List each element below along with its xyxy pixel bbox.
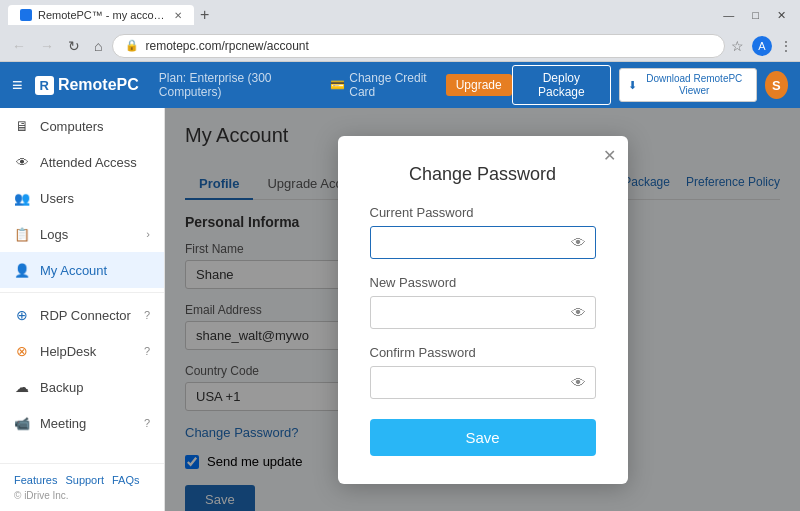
new-password-wrap: 👁 bbox=[370, 296, 596, 329]
plan-info: Plan: Enterprise (300 Computers) bbox=[159, 71, 314, 99]
confirm-password-eye-icon[interactable]: 👁 bbox=[571, 374, 586, 391]
sidebar-users-label: Users bbox=[40, 191, 74, 206]
sidebar-helpdesk-label: HelpDesk bbox=[40, 344, 96, 359]
tab-close-icon[interactable]: ✕ bbox=[174, 10, 182, 21]
sidebar-item-myaccount[interactable]: My Account bbox=[0, 252, 164, 288]
content-area: My Account Profile Upgrade Account Deplo… bbox=[165, 108, 800, 511]
account-icon bbox=[14, 262, 30, 278]
extensions-icon[interactable]: ⋮ bbox=[780, 39, 792, 53]
current-password-input[interactable] bbox=[370, 226, 596, 259]
features-link[interactable]: Features bbox=[14, 474, 57, 486]
backup-icon bbox=[14, 379, 30, 395]
lock-icon: 🔒 bbox=[125, 39, 139, 52]
browser-profile[interactable]: A bbox=[752, 36, 772, 56]
new-password-field: New Password 👁 bbox=[370, 275, 596, 329]
current-password-label: Current Password bbox=[370, 205, 596, 220]
current-password-eye-icon[interactable]: 👁 bbox=[571, 234, 586, 251]
footer-links: Features Support FAQs bbox=[14, 474, 150, 486]
logs-arrow-icon: › bbox=[146, 228, 150, 240]
minimize-button[interactable]: — bbox=[717, 7, 740, 23]
rdp-help-icon[interactable]: ? bbox=[144, 309, 150, 321]
sidebar-meeting-label: Meeting bbox=[40, 416, 86, 431]
close-button[interactable]: ✕ bbox=[771, 7, 792, 24]
meeting-help-icon[interactable]: ? bbox=[144, 417, 150, 429]
app-container: ≡ R RemotePC Plan: Enterprise (300 Compu… bbox=[0, 62, 800, 511]
confirm-password-label: Confirm Password bbox=[370, 345, 596, 360]
sidebar-logs-label: Logs bbox=[40, 227, 68, 242]
logo: R RemotePC bbox=[35, 76, 139, 95]
download-viewer-button[interactable]: ⬇ Download RemotePC Viewer bbox=[619, 68, 756, 102]
sidebar-item-rdp[interactable]: RDP Connector ? bbox=[0, 297, 164, 333]
confirm-password-wrap: 👁 bbox=[370, 366, 596, 399]
copyright: © iDrive Inc. bbox=[14, 490, 150, 501]
helpdesk-help-icon[interactable]: ? bbox=[144, 345, 150, 357]
reload-button[interactable]: ↻ bbox=[64, 36, 84, 56]
rdp-icon bbox=[14, 307, 30, 323]
logo-icon: R bbox=[35, 76, 54, 95]
sidebar-divider bbox=[0, 292, 164, 293]
sidebar-item-attended[interactable]: Attended Access bbox=[0, 144, 164, 180]
user-avatar[interactable]: S bbox=[765, 71, 789, 99]
confirm-password-field: Confirm Password 👁 bbox=[370, 345, 596, 399]
home-button[interactable]: ⌂ bbox=[90, 36, 106, 56]
support-link[interactable]: Support bbox=[65, 474, 104, 486]
top-nav-right: Deploy Package ⬇ Download RemotePC Viewe… bbox=[512, 65, 788, 105]
sidebar-attended-label: Attended Access bbox=[40, 155, 137, 170]
new-tab-button[interactable]: + bbox=[200, 6, 209, 24]
tab-favicon bbox=[20, 9, 32, 21]
confirm-password-input[interactable] bbox=[370, 366, 596, 399]
sidebar-item-computers[interactable]: Computers bbox=[0, 108, 164, 144]
new-password-input[interactable] bbox=[370, 296, 596, 329]
new-password-label: New Password bbox=[370, 275, 596, 290]
deploy-package-button[interactable]: Deploy Package bbox=[512, 65, 611, 105]
bookmark-icon[interactable]: ☆ bbox=[731, 38, 744, 54]
attended-icon bbox=[14, 154, 30, 170]
title-bar: RemotePC™ - my account inform... ✕ + — □… bbox=[0, 0, 800, 30]
current-password-field: Current Password 👁 bbox=[370, 205, 596, 259]
new-password-eye-icon[interactable]: 👁 bbox=[571, 304, 586, 321]
users-icon bbox=[14, 190, 30, 206]
forward-button[interactable]: → bbox=[36, 36, 58, 56]
maximize-button[interactable]: □ bbox=[746, 7, 765, 23]
browser-chrome: RemotePC™ - my account inform... ✕ + — □… bbox=[0, 0, 800, 62]
tab-title: RemotePC™ - my account inform... bbox=[38, 9, 168, 21]
sidebar-item-backup[interactable]: Backup bbox=[0, 369, 164, 405]
sidebar-computers-label: Computers bbox=[40, 119, 104, 134]
sidebar-rdp-label: RDP Connector bbox=[40, 308, 131, 323]
browser-tab[interactable]: RemotePC™ - my account inform... ✕ bbox=[8, 5, 194, 25]
sidebar-item-users[interactable]: Users bbox=[0, 180, 164, 216]
modal-title: Change Password bbox=[370, 164, 596, 185]
sidebar-myaccount-label: My Account bbox=[40, 263, 107, 278]
hamburger-icon[interactable]: ≡ bbox=[12, 75, 23, 96]
modal-close-button[interactable]: ✕ bbox=[603, 146, 616, 165]
faqs-link[interactable]: FAQs bbox=[112, 474, 140, 486]
url-text: remotepc.com/rpcnew/account bbox=[145, 39, 308, 53]
logs-icon bbox=[14, 226, 30, 242]
modal-overlay: ✕ Change Password Current Password 👁 New… bbox=[165, 108, 800, 511]
helpdesk-icon bbox=[14, 343, 30, 359]
window-controls: — □ ✕ bbox=[717, 7, 792, 24]
sidebar-nav: Computers Attended Access Users Logs › bbox=[0, 108, 164, 463]
meeting-icon bbox=[14, 415, 30, 431]
sidebar-backup-label: Backup bbox=[40, 380, 83, 395]
sidebar-item-helpdesk[interactable]: HelpDesk ? bbox=[0, 333, 164, 369]
back-button[interactable]: ← bbox=[8, 36, 30, 56]
monitor-icon bbox=[14, 118, 30, 134]
address-bar: ← → ↻ ⌂ 🔒 remotepc.com/rpcnew/account ☆ … bbox=[0, 30, 800, 62]
top-nav: ≡ R RemotePC Plan: Enterprise (300 Compu… bbox=[0, 62, 800, 108]
current-password-wrap: 👁 bbox=[370, 226, 596, 259]
logo-text: RemotePC bbox=[58, 76, 139, 94]
sidebar: Computers Attended Access Users Logs › bbox=[0, 108, 165, 511]
change-password-modal: ✕ Change Password Current Password 👁 New… bbox=[338, 136, 628, 484]
main-layout: Computers Attended Access Users Logs › bbox=[0, 108, 800, 511]
sidebar-footer: Features Support FAQs © iDrive Inc. bbox=[0, 463, 164, 511]
url-bar[interactable]: 🔒 remotepc.com/rpcnew/account bbox=[112, 34, 725, 58]
modal-save-button[interactable]: Save bbox=[370, 419, 596, 456]
address-bar-right: ☆ A ⋮ bbox=[731, 36, 792, 56]
change-credit-card[interactable]: 💳 Change Credit Card bbox=[330, 71, 439, 99]
sidebar-item-meeting[interactable]: Meeting ? bbox=[0, 405, 164, 441]
download-icon: ⬇ bbox=[628, 79, 637, 92]
upgrade-button[interactable]: Upgrade bbox=[446, 74, 512, 96]
card-icon: 💳 bbox=[330, 78, 345, 92]
sidebar-item-logs[interactable]: Logs › bbox=[0, 216, 164, 252]
